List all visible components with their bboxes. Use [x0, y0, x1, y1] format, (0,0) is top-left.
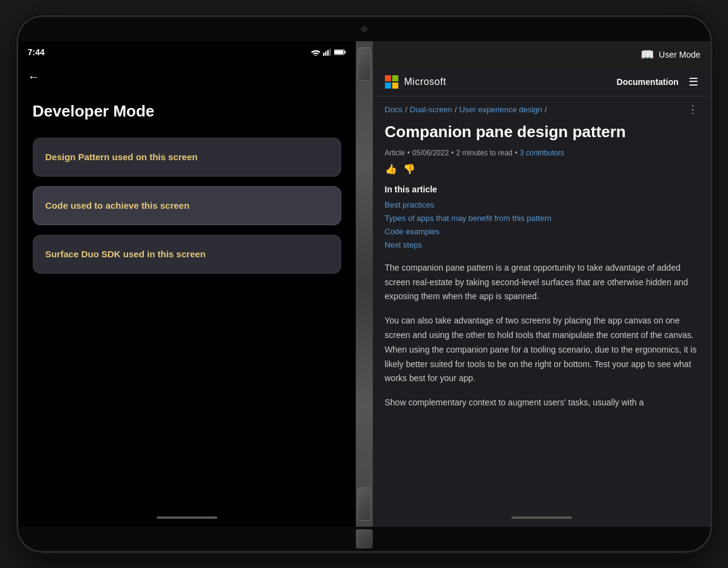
docs-header: Microsoft Documentation ☰: [373, 68, 710, 96]
back-button[interactable]: ←: [28, 70, 40, 84]
svg-rect-6: [335, 50, 344, 54]
home-bar-right: [511, 516, 572, 519]
toc-link-0[interactable]: Best practices: [385, 200, 435, 209]
battery-icon: [334, 49, 346, 56]
toc-link-1[interactable]: Types of apps that may benefit from this…: [385, 214, 552, 223]
breadcrumb: Docs / Dual-screen / User experience des…: [373, 96, 710, 122]
article-body: Companion pane design pattern Article • …: [373, 122, 710, 432]
ms-square-green: [392, 75, 398, 81]
status-time: 7:44: [28, 47, 45, 57]
meta-bullet-2: •: [451, 149, 454, 157]
ms-logo-squares: [385, 75, 398, 89]
svg-rect-3: [329, 49, 330, 56]
toc-link-2[interactable]: Code examples: [385, 227, 440, 236]
article-paragraph-0: The companion pane pattern is a great op…: [385, 261, 698, 304]
developer-mode-title: Developer Mode: [33, 102, 341, 121]
meta-date: 05/06/2022: [412, 149, 449, 157]
toc-item-0: Best practices: [385, 199, 698, 210]
right-panel: 📖 User Mode Microsoft: [373, 41, 710, 527]
contributors-link[interactable]: 3 contributors: [520, 149, 564, 157]
book-icon: 📖: [641, 48, 654, 61]
svg-rect-1: [325, 52, 326, 56]
status-icons: [311, 49, 346, 56]
device-bottom-bar: [18, 527, 710, 551]
left-home-indicator: [18, 509, 356, 527]
hamburger-menu-icon[interactable]: ☰: [689, 75, 698, 89]
design-pattern-button-label: Design Pattern used on this screen: [46, 152, 198, 162]
article-paragraph-2: Show complementary context to augment us…: [385, 396, 698, 410]
meta-bullet-3: •: [515, 149, 517, 157]
design-pattern-button[interactable]: Design Pattern used on this screen: [33, 138, 341, 177]
ms-square-yellow: [392, 83, 398, 89]
right-top-bar: 📖 User Mode: [373, 41, 710, 68]
thumbs-down-icon[interactable]: 👎: [403, 163, 415, 175]
toc-item-1: Types of apps that may benefit from this…: [385, 212, 698, 223]
left-content: Developer Mode Design Pattern used on th…: [18, 90, 356, 509]
device-top-bar: [18, 17, 710, 41]
ms-logo: Microsoft: [385, 75, 446, 89]
breadcrumb-sep-1: /: [405, 105, 407, 114]
toc-list: Best practices Types of apps that may be…: [385, 199, 698, 250]
right-home-indicator: [373, 509, 710, 527]
toc-heading: In this article: [385, 184, 698, 194]
ms-logo-text: Microsoft: [404, 76, 446, 87]
user-mode-label: User Mode: [659, 50, 700, 59]
breadcrumb-docs[interactable]: Docs: [385, 105, 403, 114]
feedback-icons: 👍 👎: [385, 163, 698, 175]
docs-content[interactable]: Microsoft Documentation ☰ Docs / Dual-sc…: [373, 68, 710, 509]
sdk-used-button[interactable]: Surface Duo SDK used in this screen: [33, 235, 341, 274]
thumbs-up-icon[interactable]: 👍: [385, 163, 397, 175]
left-panel: 7:44: [18, 41, 356, 527]
docs-nav-right: Documentation ☰: [617, 75, 698, 89]
ms-square-red: [385, 75, 391, 81]
article-title: Companion pane design pattern: [385, 122, 698, 143]
meta-bullet-1: •: [407, 149, 410, 157]
breadcrumb-links: Docs / Dual-screen / User experience des…: [385, 105, 547, 114]
breadcrumb-more-icon[interactable]: ⋮: [687, 103, 698, 116]
wifi-icon: [311, 49, 321, 56]
toc-item-2: Code examples: [385, 226, 698, 237]
hinge-bottom-visual: [356, 529, 373, 549]
breadcrumb-ux-design[interactable]: User experience design: [459, 105, 542, 114]
camera-dot: [361, 26, 367, 32]
screen-area: 7:44: [18, 41, 710, 527]
status-bar: 7:44: [18, 41, 356, 63]
svg-rect-0: [323, 53, 324, 56]
left-nav-bar: ←: [18, 63, 356, 90]
toc-link-3[interactable]: Next steps: [385, 240, 422, 249]
user-mode-button[interactable]: 📖 User Mode: [641, 48, 700, 61]
svg-rect-5: [344, 51, 345, 53]
device-hinge: [356, 41, 373, 527]
breadcrumb-dual-screen[interactable]: Dual-screen: [410, 105, 452, 114]
ms-square-blue: [385, 83, 391, 89]
breadcrumb-sep-3: /: [545, 105, 547, 114]
hinge-top-connector: [358, 47, 371, 81]
breadcrumb-sep-2: /: [455, 105, 457, 114]
documentation-link[interactable]: Documentation: [617, 77, 679, 87]
svg-rect-2: [327, 50, 328, 56]
hinge-bottom-connector: [358, 487, 371, 521]
signal-icon: [323, 49, 332, 56]
code-used-button[interactable]: Code used to achieve this screen: [33, 186, 341, 225]
meta-read: 2 minutes to read: [456, 149, 512, 157]
article-paragraph-1: You can also take advantage of two scree…: [385, 314, 698, 386]
home-bar-left: [157, 516, 217, 519]
toc-item-3: Next steps: [385, 239, 698, 250]
device-frame: 7:44: [18, 17, 710, 551]
article-meta: Article • 05/06/2022 • 2 minutes to read…: [385, 149, 698, 157]
sdk-used-button-label: Surface Duo SDK used in this screen: [46, 249, 206, 259]
code-used-button-label: Code used to achieve this screen: [46, 200, 190, 211]
meta-article: Article: [385, 149, 405, 157]
